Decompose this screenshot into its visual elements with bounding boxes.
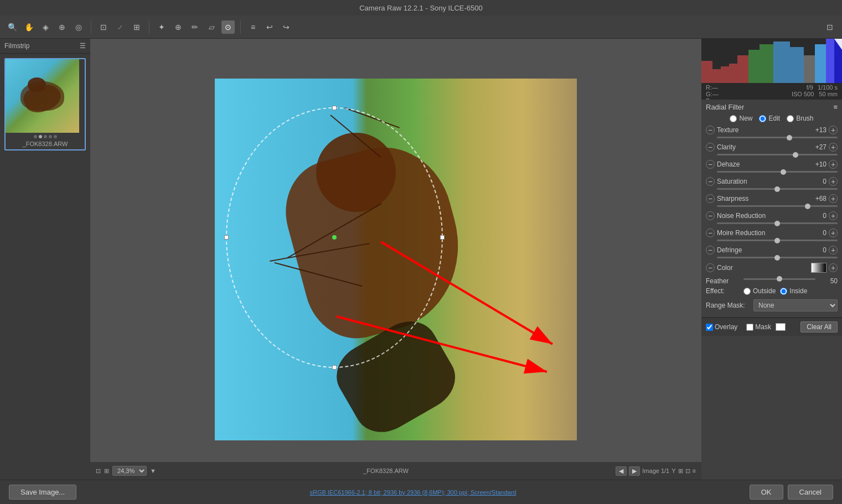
film-thumbnail[interactable]: _FOK8328.ARW <box>4 58 86 150</box>
zoom-tool-icon[interactable]: 🔍 <box>6 20 19 34</box>
feather-value: 50 <box>820 277 838 285</box>
slider-track-1[interactable] <box>717 154 838 155</box>
slider-track-7[interactable] <box>717 257 838 258</box>
effect-outside-label[interactable]: Outside <box>743 287 776 295</box>
filmstrip: Filmstrip ☰ _FOK8328.ARW <box>0 39 90 480</box>
slider-minus-3[interactable]: − <box>706 177 715 186</box>
mode-edit-radio[interactable] <box>759 115 766 122</box>
straighten-icon[interactable]: ⟋ <box>113 20 127 34</box>
slider-plus-5[interactable]: + <box>829 211 838 220</box>
svg-rect-10 <box>773 41 790 83</box>
zoom-dropdown-icon[interactable]: ▼ <box>150 467 156 474</box>
svg-rect-14 <box>826 39 834 83</box>
slider-plus-3[interactable]: + <box>829 177 838 186</box>
white-balance-icon[interactable]: ◈ <box>39 20 52 34</box>
color-swatch[interactable] <box>811 263 826 273</box>
slider-track-3[interactable] <box>717 188 838 190</box>
target-icon[interactable]: ◎ <box>72 20 85 34</box>
slider-thumb-2[interactable] <box>781 169 786 175</box>
redo-icon[interactable]: ↪ <box>280 20 293 34</box>
color-plus-btn[interactable]: + <box>829 263 838 272</box>
feather-thumb[interactable] <box>777 276 782 282</box>
range-mask-select[interactable]: None Luminance Color <box>753 299 838 311</box>
slider-thumb-1[interactable] <box>793 152 798 158</box>
overlay-checkbox[interactable] <box>706 324 713 331</box>
undo-icon[interactable]: ↩ <box>263 20 276 34</box>
slider-plus-2[interactable]: + <box>829 160 838 169</box>
slider-thumb-3[interactable] <box>774 186 780 192</box>
transform-icon[interactable]: ⊞ <box>130 20 143 34</box>
slider-track-container-5 <box>717 222 842 224</box>
slider-plus-4[interactable]: + <box>829 194 838 203</box>
spot-removal-icon[interactable]: ✦ <box>155 20 168 34</box>
r-label: R: <box>706 84 712 91</box>
slider-plus-0[interactable]: + <box>829 126 838 134</box>
slider-track-2[interactable] <box>717 171 838 173</box>
cancel-btn[interactable]: Cancel <box>788 485 833 500</box>
redeye-icon[interactable]: ⊕ <box>172 20 185 34</box>
slider-thumb-0[interactable] <box>787 135 792 141</box>
slider-thumb-6[interactable] <box>774 238 780 243</box>
slider-plus-1[interactable]: + <box>829 143 838 152</box>
fullscreen-icon[interactable]: ⊡ <box>823 20 836 34</box>
expand-icon[interactable]: ⊞ <box>104 467 109 475</box>
slider-minus-4[interactable]: − <box>706 194 715 203</box>
slider-track-5[interactable] <box>717 222 838 224</box>
color-minus-btn[interactable]: − <box>706 263 715 272</box>
graduated-filter-icon[interactable]: ▱ <box>205 20 218 34</box>
settings-icon[interactable]: ≡ <box>246 20 260 34</box>
mask-checkbox[interactable] <box>746 324 753 331</box>
clear-all-btn[interactable]: Clear All <box>800 321 838 332</box>
mask-checkbox-label[interactable]: Mask <box>746 323 771 331</box>
crop-icon[interactable]: ⊡ <box>97 20 110 34</box>
slider-plus-7[interactable]: + <box>829 246 838 254</box>
mode-brush-label[interactable]: Brush <box>787 115 813 122</box>
slider-minus-0[interactable]: − <box>706 126 715 134</box>
dot-3 <box>44 135 47 138</box>
radial-filter-icon[interactable]: ⊙ <box>221 20 235 34</box>
slider-minus-1[interactable]: − <box>706 143 715 152</box>
zoom-select[interactable]: 24,3% 50% 100% <box>112 466 147 476</box>
adjustment-brush-icon[interactable]: ✏ <box>188 20 202 34</box>
effect-inside-label[interactable]: Inside <box>780 287 807 295</box>
slider-track-6[interactable] <box>717 240 838 241</box>
filmstrip-menu-icon[interactable]: ☰ <box>80 42 86 50</box>
canvas-area[interactable]: ⊡ ⊞ 24,3% 50% 100% ▼ _FOK8328.ARW ◀ ▶ Im… <box>90 39 701 480</box>
overlay-checkbox-label[interactable]: Overlay <box>706 323 737 331</box>
panel-icon[interactable]: ⊡ <box>685 467 690 475</box>
mode-new-radio[interactable] <box>730 115 737 122</box>
photo-container <box>215 79 577 440</box>
overlay-options-icon[interactable]: Y <box>671 467 675 474</box>
frame-icon[interactable]: ⊡ <box>96 467 101 475</box>
slider-minus-5[interactable]: − <box>706 211 715 220</box>
save-image-btn[interactable]: Save Image... <box>9 485 76 500</box>
color-sampler-icon[interactable]: ⊕ <box>55 20 69 34</box>
panel-menu-icon[interactable]: ≡ <box>833 103 838 111</box>
effect-inside-radio[interactable] <box>780 288 787 295</box>
main-content: Filmstrip ☰ _FOK8328.ARW <box>0 39 842 480</box>
prev-image-btn[interactable]: ◀ <box>616 466 627 476</box>
mode-edit-label[interactable]: Edit <box>759 115 780 122</box>
slider-thumb-5[interactable] <box>774 221 780 226</box>
slider-thumb-7[interactable] <box>774 255 780 261</box>
slider-value-6: 0 <box>809 229 826 237</box>
mask-color-swatch[interactable] <box>776 323 786 331</box>
next-image-btn[interactable]: ▶ <box>629 466 640 476</box>
slider-minus-6[interactable]: − <box>706 228 715 237</box>
effect-outside-radio[interactable] <box>743 288 751 295</box>
slider-minus-2[interactable]: − <box>706 160 715 169</box>
view-options-icon[interactable]: ⊞ <box>678 467 683 475</box>
settings-menu-icon[interactable]: ≡ <box>693 467 696 474</box>
overlay-bar: Overlay Mask Clear All <box>701 318 842 336</box>
hand-tool-icon[interactable]: ✋ <box>22 20 35 34</box>
slider-thumb-4[interactable] <box>805 204 810 209</box>
slider-minus-7[interactable]: − <box>706 246 715 254</box>
ok-btn[interactable]: OK <box>750 485 783 500</box>
mode-new-label[interactable]: New <box>730 115 752 122</box>
slider-track-0[interactable] <box>717 137 838 138</box>
mode-brush-radio[interactable] <box>787 115 794 122</box>
feather-track[interactable] <box>743 278 815 280</box>
slider-track-4[interactable] <box>717 205 838 207</box>
radial-filter-panel: Radial Filter ≡ New Edit Brush <box>701 100 842 318</box>
slider-plus-6[interactable]: + <box>829 228 838 237</box>
